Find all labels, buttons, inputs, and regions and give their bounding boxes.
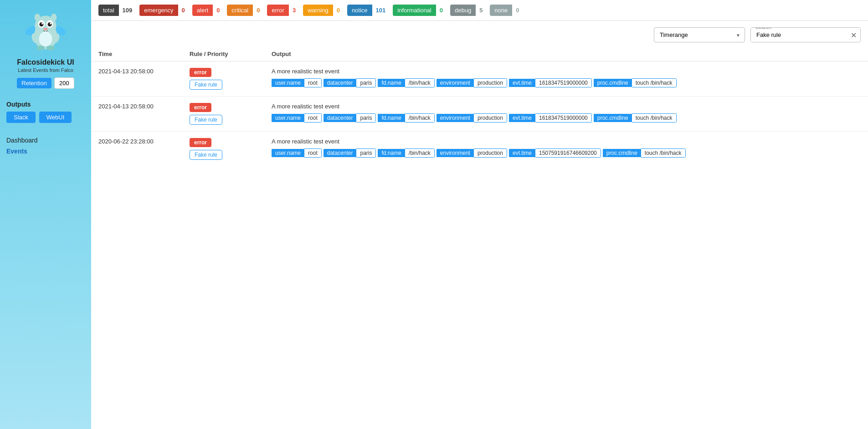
tag-val: paris — [356, 148, 376, 158]
search-input[interactable] — [751, 28, 860, 42]
timerange-select[interactable]: TimerangeLast 5 minutesLast 15 minutesLa… — [654, 27, 745, 42]
tag-val: root — [304, 113, 322, 123]
tag-key: environment — [437, 79, 474, 87]
filter-label-error: error — [267, 5, 288, 16]
event-output: A more realistic test eventuser.nameroot… — [264, 97, 868, 132]
event-output: A more realistic test eventuser.nameroot… — [264, 61, 868, 97]
output-tag: user.nameroot — [272, 78, 322, 87]
filter-count-none: 0 — [512, 5, 523, 16]
timerange-select-wrap: TimerangeLast 5 minutesLast 15 minutesLa… — [654, 27, 745, 42]
filter-count-emergency: 0 — [178, 5, 189, 16]
svg-point-15 — [46, 46, 55, 51]
tag-key: fd.name — [378, 114, 405, 122]
svg-point-11 — [34, 14, 40, 21]
webui-button[interactable]: WebUI — [39, 112, 72, 123]
tag-key: evt.time — [509, 149, 535, 157]
svg-point-6 — [39, 22, 43, 26]
filter-count-critical: 0 — [253, 5, 263, 16]
event-rule: error Fake rule — [182, 61, 264, 97]
rule-name-badge[interactable]: Fake rule — [190, 115, 222, 125]
tag-val: /bin/hack — [405, 78, 435, 87]
search-clear-button[interactable]: ✕ — [851, 31, 857, 39]
output-tag: proc.cmdlinetouch /bin/hack — [594, 113, 677, 123]
gopher-logo — [23, 9, 68, 55]
filter-badge-error[interactable]: error3 — [267, 5, 299, 16]
filter-label-informational: informational — [393, 5, 436, 16]
output-tag: fd.name/bin/hack — [378, 78, 434, 87]
tag-key: environment — [437, 114, 474, 122]
svg-point-7 — [48, 22, 52, 26]
rule-name-badge[interactable]: Fake rule — [190, 150, 222, 160]
filter-badge-debug[interactable]: debug5 — [450, 5, 486, 16]
col-rule: Rule / Priority — [182, 47, 264, 61]
toolbar-row: TimerangeLast 5 minutesLast 15 minutesLa… — [91, 21, 868, 47]
slack-button[interactable]: Slack — [6, 112, 36, 123]
tag-val: paris — [356, 78, 376, 87]
tag-val: 1507591916746609200 — [535, 148, 601, 158]
output-tag: fd.name/bin/hack — [378, 148, 434, 158]
filter-badge-alert[interactable]: alert0 — [192, 5, 224, 16]
tag-val: production — [474, 113, 507, 123]
tag-val: 1618347519000000 — [535, 113, 592, 123]
table-row: 2020-06-22 23:28:00 error Fake rule A mo… — [91, 132, 868, 167]
filter-label-none: none — [490, 5, 512, 16]
event-rule: error Fake rule — [182, 97, 264, 132]
filter-badge-warning[interactable]: warning0 — [303, 5, 344, 16]
tag-val: touch /bin/hack — [632, 113, 677, 123]
events-table: Time Rule / Priority Output 2021-04-13 2… — [91, 47, 868, 166]
filter-badge-emergency[interactable]: emergency0 — [139, 5, 189, 16]
output-tag: proc.cmdlinetouch /bin/hack — [594, 78, 677, 87]
tag-key: datacenter — [324, 114, 357, 122]
nav-events[interactable]: Events — [6, 146, 85, 157]
output-tag: fd.name/bin/hack — [378, 113, 434, 123]
filter-count-alert: 0 — [213, 5, 223, 16]
output-tag: user.nameroot — [272, 113, 322, 123]
filter-count-warning: 0 — [333, 5, 344, 16]
tag-key: proc.cmdline — [603, 149, 641, 157]
app-subtitle: Latest Events from Falco — [18, 67, 73, 73]
output-tag: evt.time1618347519000000 — [509, 113, 592, 123]
output-tag: environmentproduction — [437, 113, 507, 123]
event-time: 2021-04-13 20:58:00 — [91, 61, 182, 97]
filter-count-total: 109 — [119, 5, 136, 16]
filter-label-emergency: emergency — [139, 5, 178, 16]
tag-key: proc.cmdline — [594, 79, 632, 87]
tag-key: evt.time — [509, 114, 535, 122]
tag-key: evt.time — [509, 79, 535, 87]
table-row: 2021-04-13 20:58:00 error Fake rule A mo… — [91, 61, 868, 97]
priority-badge: error — [190, 103, 211, 112]
output-tags: user.namerootdatacenterparisfd.name/bin/… — [272, 148, 861, 158]
filter-badge-none[interactable]: none0 — [490, 5, 523, 16]
priority-badge: error — [190, 138, 211, 147]
rule-name-badge[interactable]: Fake rule — [190, 80, 222, 90]
filter-badge-informational[interactable]: informational0 — [393, 5, 447, 16]
filter-bar: total109emergency0alert0critical0error3w… — [91, 0, 868, 21]
filter-label-warning: warning — [303, 5, 333, 16]
output-tags: user.namerootdatacenterparisfd.name/bin/… — [272, 113, 861, 123]
filter-badge-critical[interactable]: critical0 — [227, 5, 263, 16]
tag-key: user.name — [272, 114, 304, 122]
tag-val: production — [474, 148, 507, 158]
priority-badge: error — [190, 68, 211, 77]
tag-val: touch /bin/hack — [632, 78, 677, 87]
tag-key: user.name — [272, 149, 304, 157]
filter-count-debug: 5 — [476, 5, 486, 16]
output-title: A more realistic test event — [272, 68, 861, 75]
event-time: 2020-06-22 23:28:00 — [91, 132, 182, 167]
output-tag: user.nameroot — [272, 148, 322, 158]
tag-key: user.name — [272, 79, 304, 87]
filter-badge-notice[interactable]: notice101 — [347, 5, 389, 16]
output-title: A more realistic test event — [272, 103, 861, 110]
svg-point-8 — [41, 23, 43, 25]
tag-val: root — [304, 78, 322, 87]
nav-dashboard[interactable]: Dashboard — [6, 135, 85, 146]
filter-count-informational: 0 — [436, 5, 447, 16]
output-tag: datacenterparis — [324, 78, 376, 87]
tag-key: proc.cmdline — [594, 114, 632, 122]
main-content: total109emergency0alert0critical0error3w… — [91, 0, 868, 429]
retention-value: 200 — [54, 77, 74, 89]
filter-badge-total[interactable]: total109 — [98, 5, 136, 16]
tag-val: production — [474, 78, 507, 87]
event-rule: error Fake rule — [182, 132, 264, 167]
logo-area: Falcosidekick UI Latest Events from Falc… — [0, 5, 91, 93]
